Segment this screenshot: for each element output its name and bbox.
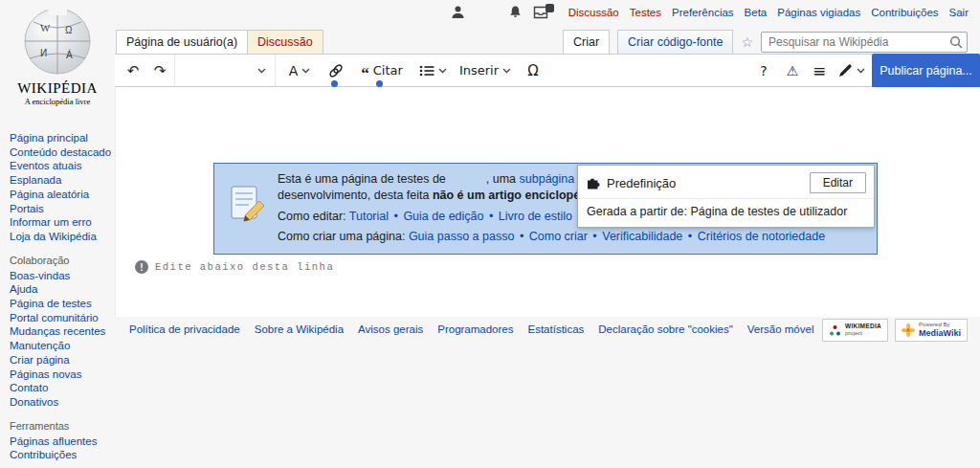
notice-link-como-criar[interactable]: Como criar [529,230,588,243]
svg-text:Ω: Ω [65,25,73,35]
help-button[interactable]: ? [750,55,777,86]
sidebar-navigation: Página principal Conteúdo destacado Even… [10,131,115,462]
svg-text:W: W [40,22,51,33]
tab-discussion[interactable]: Discussão [248,30,323,54]
template-edit-button[interactable]: Editar [810,172,866,193]
wikimedia-badge[interactable]: WIKIMEDIA project [822,319,888,342]
footer-link-sobre[interactable]: Sobre a Wikipédia [255,323,344,335]
wikipedia-visual-editor-page: Discussão Testes Preferências Beta Págin… [0,0,980,468]
text-style-letter: A [289,63,299,78]
wikipedia-globe-icon: W Ω И Á [21,3,94,76]
footer-link-privacidade[interactable]: Política de privacidade [129,323,240,335]
sidebar-item-contato[interactable]: Contato [10,381,115,395]
footer-link-avisos[interactable]: Avisos gerais [358,323,423,335]
pencil-icon [838,63,853,78]
notice-link-livro-de-estilo[interactable]: Livro de estilo [499,210,572,223]
insert-label: Inserir [459,63,499,78]
bullet-list-icon [419,64,434,78]
feature-hint-dot[interactable] [331,80,338,87]
sidebar-item-pagina-principal[interactable]: Página principal [10,131,115,145]
tab-create[interactable]: Criar [563,30,610,54]
special-character-button[interactable]: Ω [519,55,547,86]
notice-link-verificabilidade[interactable]: Verificabilidade [602,230,682,243]
wikipedia-wordmark: WIKIPÉDIA [0,80,115,97]
notepad-pencil-icon [228,185,268,227]
notice-link-guia-passo-a-passo[interactable]: Guia passo a passo [409,230,515,243]
sidebar-item-pagina-aleatoria[interactable]: Página aleatória [10,188,115,202]
footer-link-estatisticas[interactable]: Estatísticas [528,323,585,335]
content-column: Página de usuário(a) Discussão Criar Cri… [115,0,980,468]
sidebar-item-manutencao[interactable]: Manutenção [10,339,115,353]
tab-create-source[interactable]: Criar código-fonte [617,30,733,54]
template-context-popup: Predefinição Editar Gerada a partir de: … [577,165,875,228]
notice-link-tutorial[interactable]: Tutorial [349,210,389,223]
text-style-dropdown[interactable]: A [281,55,318,86]
sidebar-item-portais[interactable]: Portais [10,202,115,216]
chevron-down-icon [301,68,310,74]
sidebar-item-informar-um-erro[interactable]: Informar um erro [10,215,115,230]
feature-hint-dot[interactable] [376,80,383,87]
wikipedia-logo[interactable]: W Ω И Á WIKIPÉDIA A enciclopédia livre [0,3,115,106]
list-format-dropdown[interactable] [413,55,452,86]
sidebar-item-paginas-afluentes[interactable]: Páginas afluentes [10,435,115,449]
notice-link-criterios-de-notoriedade[interactable]: Critérios de notoriedade [698,230,825,243]
sidebar-item-criar-pagina[interactable]: Criar página [10,353,115,368]
comment-exclamation-icon: ! [135,260,148,274]
mediawiki-badge[interactable]: Powered By MediaWiki [895,319,968,342]
sidebar-item-donativos[interactable]: Donativos [10,395,115,410]
watch-star-icon[interactable]: ☆ [741,35,753,49]
popup-title: Predefinição [607,176,676,190]
footer-link-cookies[interactable]: Declaração sobre "cookies" [598,323,732,335]
quote-icon: “ [361,69,369,78]
notice-link-subpagina[interactable]: subpágina [520,172,575,186]
chevron-down-icon [257,68,266,74]
chevron-down-icon [438,68,447,74]
sidebar-item-conteudo-destacado[interactable]: Conteúdo destacado [10,145,115,160]
footer-link-versao-movel[interactable]: Versão móvel [747,323,814,335]
sidebar-item-mudancas-recentes[interactable]: Mudanças recentes [10,324,115,339]
insert-dropdown[interactable]: Inserir [456,55,515,86]
comment-text: Edite abaixo desta linha [155,261,334,273]
undo-button[interactable]: ↶ [121,55,145,86]
sidebar-item-paginas-novas[interactable]: Páginas novas [10,368,115,382]
sidebar-section-ferramentas: Ferramentas [10,420,115,432]
sidebar-item-contribuicoes[interactable]: Contribuições [10,448,115,462]
page-footer: Política de privacidade Sobre a Wikipédi… [115,317,980,468]
svg-text:Á: Á [66,49,73,60]
notices-alert-button[interactable]: ⚠ [779,55,806,86]
page-tab-row: Página de usuário(a) Discussão Criar Cri… [115,30,980,54]
link-chain-icon [327,62,345,79]
popup-subtitle: Gerada a partir de: Página de testes de … [578,199,874,227]
publish-page-button[interactable]: Publicar página... [872,54,980,88]
page-options-menu-button[interactable]: ≡ [806,55,833,86]
search-input[interactable] [761,32,968,53]
chevron-down-icon [857,68,865,74]
search-box [761,32,968,53]
sidebar-item-loja[interactable]: Loja da Wikipédia [10,230,115,244]
puzzle-icon [586,176,600,190]
tab-user-page[interactable]: Página de usuário(a) [116,30,248,54]
mediawiki-flower-icon [902,323,915,337]
sidebar-item-portal-comunitario[interactable]: Portal comunitário [10,311,115,325]
cite-label: Citar [373,63,403,78]
svg-text:И: И [40,48,47,58]
wikipedia-tagline: A enciclopédia livre [0,97,115,106]
sidebar-item-esplanada[interactable]: Esplanada [10,173,115,188]
sidebar-item-pagina-de-testes[interactable]: Página de testes [10,297,115,311]
notice-link-guia-de-edicao[interactable]: Guia de edição [403,210,483,223]
chevron-down-icon [502,68,511,74]
wikitext-comment-node[interactable]: ! Edite abaixo desta linha [135,260,334,274]
footer-link-programadores[interactable]: Programadores [437,323,513,335]
sidebar-item-boas-vindas[interactable]: Boas-vindas [10,269,115,283]
sidebar-item-ajuda[interactable]: Ajuda [10,282,115,297]
wikimedia-logo-icon [829,324,841,337]
paragraph-format-dropdown[interactable] [174,55,276,86]
edit-mode-dropdown[interactable] [833,55,871,86]
sidebar-item-eventos-atuais[interactable]: Eventos atuais [10,159,115,173]
search-icon[interactable] [949,35,963,49]
redo-button[interactable]: ↷ [147,55,172,86]
editor-surface[interactable]: Esta é uma página de testes de, uma subp… [115,87,980,317]
visual-editor-toolbar: ↶ ↷ A “ Citar Inserir [115,54,980,87]
sidebar-section-colaboracao: Colaboração [10,255,115,266]
